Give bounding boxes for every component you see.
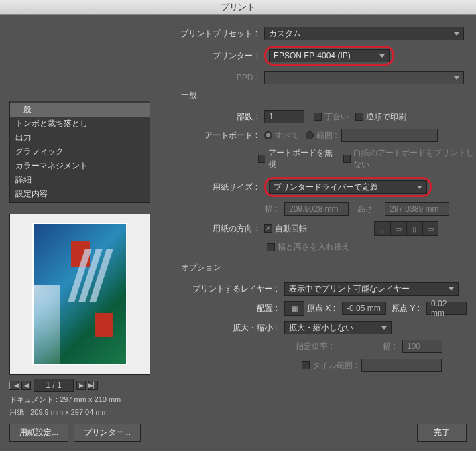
ppd-row: PPD : (0, 71, 476, 84)
papersize-select[interactable]: プリンタードライバーで定義 (269, 180, 427, 194)
printer-row: プリンター : EPSON EP-4004 (IP) (0, 46, 476, 66)
layers-label: プリントするレイヤー : (181, 283, 284, 295)
scale-width-input: 100 (402, 340, 442, 353)
ppd-select (264, 71, 464, 84)
preset-row: プリントプリセット : カスタム (0, 27, 476, 40)
page-indicator: 1 / 1 (34, 379, 74, 392)
page-setup-button[interactable]: 用紙設定... (9, 424, 68, 442)
copies-label: 部数 : (181, 111, 264, 123)
ignore-artboard-checkbox[interactable]: アートボードを無視 (258, 147, 333, 170)
portrait-up-icon[interactable]: ▯ (374, 221, 390, 236)
landscape-left-icon[interactable]: ▭ (390, 221, 406, 236)
landscape-right-icon[interactable]: ▭ (422, 221, 438, 236)
category-list[interactable]: 一般 トンボと裁ち落とし 出力 グラフィック カラーマネジメント 詳細 設定内容 (9, 101, 150, 203)
preview-canvas (9, 214, 150, 375)
all-radio-label: すべて (275, 130, 299, 141)
list-item-graphics[interactable]: グラフィック (10, 145, 150, 159)
originx-input[interactable]: -0.05 mm (342, 302, 386, 315)
general-section-title: 一般 (181, 90, 469, 103)
done-button[interactable]: 完了 (417, 424, 467, 442)
window-titlebar: プリント (0, 0, 476, 15)
scale-width-label: 幅 : (379, 341, 402, 352)
copies-input[interactable]: 1 (264, 110, 304, 123)
collate-checkbox: 丁合い (314, 111, 349, 123)
originx-label: 原点 X : (304, 303, 342, 314)
placement-label: 配置 : (181, 303, 284, 314)
range-radio-label: 範囲 : (316, 130, 337, 141)
next-page-button[interactable]: ▶ (76, 381, 86, 390)
ppd-label: PPD : (0, 73, 264, 82)
tile-checkbox: タイル範囲 : (302, 360, 357, 371)
list-item-advanced[interactable]: 詳細 (10, 173, 150, 187)
preset-label: プリントプリセット : (0, 28, 264, 40)
height-input: 297.0389 mm (385, 202, 449, 216)
height-label: 高さ : (349, 204, 385, 215)
swap-checkbox: 幅と高さを入れ換え (267, 241, 350, 253)
list-item-output[interactable]: 出力 (10, 131, 150, 145)
printer-select[interactable]: EPSON EP-4004 (IP) (269, 49, 390, 62)
scale-label: 拡大・縮小 : (181, 322, 284, 334)
printer-label: プリンター : (0, 50, 264, 62)
artboard-label: アートボード : (181, 130, 264, 141)
ratio-label: 指定倍率 : (181, 341, 339, 352)
paper-info: 用紙 : 209.9 mm x 297.04 mm (9, 407, 150, 417)
range-input (341, 129, 438, 142)
papersize-highlight: プリンタードライバーで定義 (264, 177, 432, 197)
printer-highlight: EPSON EP-4004 (IP) (264, 46, 394, 66)
first-page-button[interactable]: ▏◀ (9, 381, 19, 390)
last-page-button[interactable]: ▶▏ (88, 381, 98, 390)
blank-artboard-checkbox: 白紙のアートボードをプリントしない (343, 147, 476, 170)
originy-input[interactable]: 0.02 mm (426, 302, 467, 315)
options-section-title: オプション (181, 262, 469, 275)
width-input: 209.9028 mm (284, 202, 349, 216)
preview-artwork (32, 223, 127, 365)
range-radio[interactable] (306, 131, 314, 139)
originy-label: 原点 Y : (386, 303, 426, 314)
scale-select[interactable]: 拡大・縮小しない (284, 321, 392, 334)
all-radio[interactable] (264, 131, 272, 139)
preview-nav: ▏◀ ◀ 1 / 1 ▶ ▶▏ (9, 379, 150, 392)
list-item-marks[interactable]: トンボと裁ち落とし (10, 117, 150, 131)
orientation-label: 用紙の方向 : (181, 223, 264, 235)
placement-grid-icon[interactable]: ▦ (284, 301, 304, 316)
portrait-down-icon[interactable]: ▯ (406, 221, 422, 236)
printer-button[interactable]: プリンター... (74, 424, 141, 442)
list-item-general[interactable]: 一般 (10, 103, 150, 117)
doc-info: ドキュメント : 297 mm x 210 mm (9, 395, 150, 405)
prev-page-button[interactable]: ◀ (21, 381, 31, 390)
list-item-color[interactable]: カラーマネジメント (10, 159, 150, 173)
width-label: 幅 : (181, 204, 284, 215)
list-item-summary[interactable]: 設定内容 (10, 187, 150, 201)
preset-select[interactable]: カスタム (264, 27, 464, 40)
window-title: プリント (221, 1, 255, 13)
tile-input (361, 359, 442, 372)
layers-select[interactable]: 表示中でプリント可能なレイヤー (284, 282, 459, 296)
autorotate-checkbox[interactable]: ✓自動回転 (264, 223, 307, 235)
reverse-checkbox[interactable]: 逆順で印刷 (355, 111, 406, 123)
papersize-label: 用紙サイズ : (181, 182, 264, 193)
